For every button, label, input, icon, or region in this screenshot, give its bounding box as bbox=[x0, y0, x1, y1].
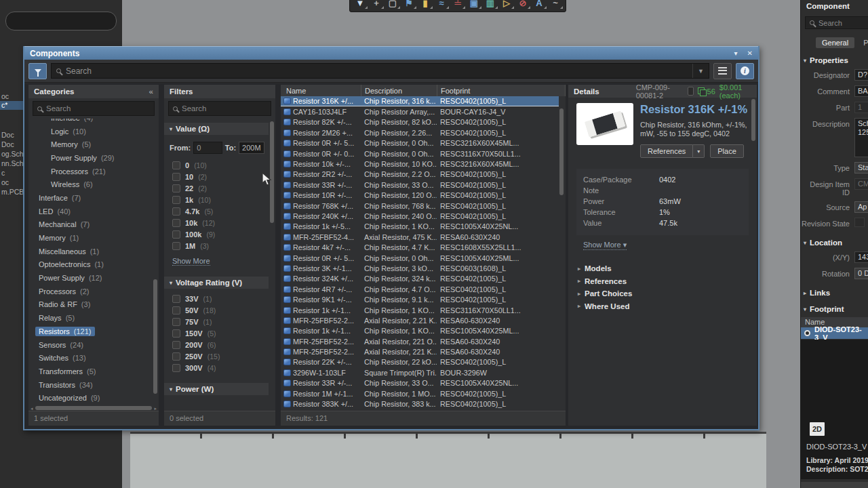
category-item[interactable]: Logic(10) bbox=[28, 125, 159, 138]
project-file-item[interactable]: m.PCBD bbox=[0, 188, 23, 197]
table-row[interactable]: CAY16-103J4LFChip Resistor Array,...BOUR… bbox=[281, 106, 559, 117]
references-button[interactable]: References bbox=[640, 144, 693, 158]
panel-menu-icon[interactable]: ▾ bbox=[734, 49, 738, 57]
column-footprint[interactable]: Footprint bbox=[437, 85, 566, 96]
category-item[interactable]: Memory(1) bbox=[28, 231, 159, 245]
tab-general[interactable]: General bbox=[816, 37, 854, 48]
category-item[interactable]: Interface(4) bbox=[28, 119, 159, 125]
project-file-item[interactable]: nn.SchD bbox=[0, 159, 23, 168]
table-row[interactable]: 3296W-1-103LFSquare Trimpot(R) Tri...BOU… bbox=[281, 367, 559, 378]
section-links[interactable]: ▸ Links bbox=[804, 289, 868, 297]
details-section-where-used[interactable]: ▸Where Used bbox=[576, 300, 749, 313]
table-row[interactable]: Resistor 1k +/-5...Chip Resistor, 1 KO..… bbox=[281, 222, 559, 232]
category-item[interactable]: Processors(21) bbox=[28, 165, 159, 178]
section-footprint[interactable]: ▾ Footprint bbox=[804, 305, 868, 313]
source-input[interactable]: Ap bbox=[854, 201, 868, 213]
voltage-filter-option[interactable]: 50V(18) bbox=[164, 304, 269, 316]
value-filter-option[interactable]: 1M(3) bbox=[164, 240, 269, 251]
category-item[interactable]: Power Supply(12) bbox=[28, 271, 159, 285]
design-item-id-input[interactable]: CM bbox=[854, 178, 868, 190]
checkbox-icon[interactable] bbox=[172, 352, 180, 361]
details-toggle-button[interactable]: i bbox=[736, 63, 754, 79]
category-item[interactable]: Optoelectronics(1) bbox=[28, 258, 159, 272]
details-scrollbar[interactable] bbox=[751, 98, 756, 426]
favorite-checkbox[interactable] bbox=[688, 87, 694, 96]
category-item[interactable]: Processors(2) bbox=[28, 285, 159, 298]
components-search-input[interactable]: Search ▼ bbox=[51, 63, 709, 79]
xy-input[interactable]: 143 bbox=[854, 251, 868, 263]
project-file-item[interactable]: c* bbox=[0, 101, 23, 110]
designator-input[interactable]: D? bbox=[854, 69, 868, 81]
table-row[interactable]: Resistor 0R +/- 5...Chip Resistor, 0 Oh.… bbox=[281, 138, 559, 148]
categories-search-input[interactable]: Search bbox=[33, 101, 155, 116]
section-properties[interactable]: ▾ Properties bbox=[804, 56, 868, 64]
category-item[interactable]: Radio & RF(3) bbox=[28, 298, 159, 312]
checkbox-icon[interactable] bbox=[172, 184, 180, 192]
table-row[interactable]: Resistor 324K +/...Chip Resistor, 324 k.… bbox=[281, 274, 559, 284]
category-item[interactable]: Memory(5) bbox=[28, 138, 159, 151]
filters-search-input[interactable]: Search bbox=[168, 101, 271, 116]
project-file-item[interactable]: Doc bbox=[0, 131, 23, 140]
details-section-references[interactable]: ▸References bbox=[576, 275, 749, 288]
category-item[interactable]: Transformers(5) bbox=[28, 365, 159, 378]
value-to-input[interactable]: 200M bbox=[239, 142, 264, 154]
details-show-more-link[interactable]: Show More ▾ bbox=[583, 241, 627, 250]
footprint-preview[interactable]: 2D DIOD-SOT23-3_V Library: April 2019 De… bbox=[801, 340, 868, 479]
checkbox-icon[interactable] bbox=[172, 318, 180, 326]
category-item[interactable]: Resistors(121) bbox=[28, 325, 159, 338]
checkbox-icon[interactable] bbox=[172, 207, 180, 216]
references-caret-icon[interactable]: ▾ bbox=[693, 144, 705, 158]
toolbar-button[interactable]: ▮ bbox=[417, 0, 433, 9]
table-row[interactable]: MFR-25FBF52-2...Axial Resistor, 221 K...… bbox=[281, 346, 559, 357]
toolbar-button[interactable]: ⚑ bbox=[401, 0, 417, 9]
toolbar-button[interactable]: ▷ bbox=[498, 0, 515, 9]
categories-scrollbar[interactable] bbox=[153, 119, 158, 405]
table-row[interactable]: Resistor 1M +/-1...Chip Resistor, 1 MO..… bbox=[281, 388, 559, 399]
checkbox-icon[interactable] bbox=[172, 306, 180, 314]
project-file-item[interactable]: og.SchD bbox=[0, 150, 23, 159]
value-filter-option[interactable]: 22(2) bbox=[164, 182, 269, 194]
table-row[interactable]: Resistor 0R +/- 5...Chip Resistor, 0 Oh.… bbox=[281, 253, 559, 263]
revision-state-input[interactable] bbox=[854, 218, 865, 227]
schematic-sheet[interactable] bbox=[130, 432, 766, 488]
category-item[interactable]: Transistors(34) bbox=[28, 378, 159, 392]
table-row[interactable]: Resistor 33R +/-...Chip Resistor, 33 O..… bbox=[281, 180, 559, 190]
section-location[interactable]: ▾ Location bbox=[804, 239, 868, 247]
rotation-select[interactable]: 0 D bbox=[854, 268, 868, 279]
value-filter-option[interactable]: 10k(12) bbox=[164, 217, 269, 228]
checkbox-icon[interactable] bbox=[172, 230, 180, 239]
checkbox-icon[interactable] bbox=[172, 295, 180, 303]
value-filter-option[interactable]: 10(2) bbox=[164, 171, 269, 182]
preview-2d-badge[interactable]: 2D bbox=[810, 422, 825, 436]
filter-section-value[interactable]: ▾ Value (Ω) bbox=[164, 123, 269, 135]
voltage-filter-option[interactable]: 150V(5) bbox=[164, 327, 269, 339]
category-item[interactable]: Power Supply(29) bbox=[28, 151, 159, 165]
toolbar-button[interactable]: ⊘ bbox=[515, 0, 531, 9]
table-row[interactable]: Resistor 2R2 +/-...Chip Resistor, 2.2 O.… bbox=[281, 169, 559, 180]
value-filter-option[interactable]: 100k(9) bbox=[164, 228, 269, 240]
table-row[interactable]: Resistor 2M26 +...Chip Resistor, 2.26...… bbox=[281, 127, 559, 138]
table-row[interactable]: Resistor 0R +/- 0...Chip Resistor, 0 Oh.… bbox=[281, 148, 559, 159]
footprint-row[interactable]: DIOD-SOT23-3_V bbox=[801, 327, 868, 339]
table-row[interactable]: Resistor 3K +/-1...Chip Resistor, 3 kO..… bbox=[281, 263, 559, 273]
table-row[interactable]: Resistor 1k +/-1...Chip Resistor, 1 KO..… bbox=[281, 326, 559, 336]
category-item[interactable]: LED(40) bbox=[28, 205, 159, 218]
category-item[interactable]: Miscellaneous(1) bbox=[28, 245, 159, 258]
table-row[interactable]: Resistor 768K +/...Chip Resistor, 768 k.… bbox=[281, 201, 559, 211]
voltage-filter-option[interactable]: 75V(1) bbox=[164, 316, 269, 327]
voltage-filter-option[interactable]: 33V(1) bbox=[164, 293, 269, 304]
project-file-item[interactable]: c bbox=[0, 169, 23, 178]
filter-section-power[interactable]: ▾ Power (W) bbox=[164, 383, 269, 395]
table-row[interactable]: MFR-25FBF52-2...Axial Resistor, 221 O...… bbox=[281, 336, 559, 346]
project-file-item[interactable]: Doc bbox=[0, 140, 23, 149]
part-input[interactable]: 1 bbox=[854, 102, 868, 113]
value-from-input[interactable]: 0 bbox=[193, 142, 222, 154]
table-row[interactable]: Resistor 383K +/...Chip Resistor, 383 k.… bbox=[281, 399, 559, 409]
table-row[interactable]: Resistor 240K +/...Chip Resistor, 240 O.… bbox=[281, 211, 559, 221]
table-row[interactable]: Resistor 10k +/-...Chip Resistor, 10 KO.… bbox=[281, 159, 559, 169]
voltage-filter-option[interactable]: 300V(4) bbox=[164, 362, 269, 373]
toolbar-button[interactable]: ~ bbox=[547, 0, 564, 9]
tab-parameters[interactable]: Parameters bbox=[857, 37, 868, 48]
category-item[interactable]: Relays(5) bbox=[28, 311, 159, 325]
column-name[interactable]: Name bbox=[281, 85, 361, 96]
